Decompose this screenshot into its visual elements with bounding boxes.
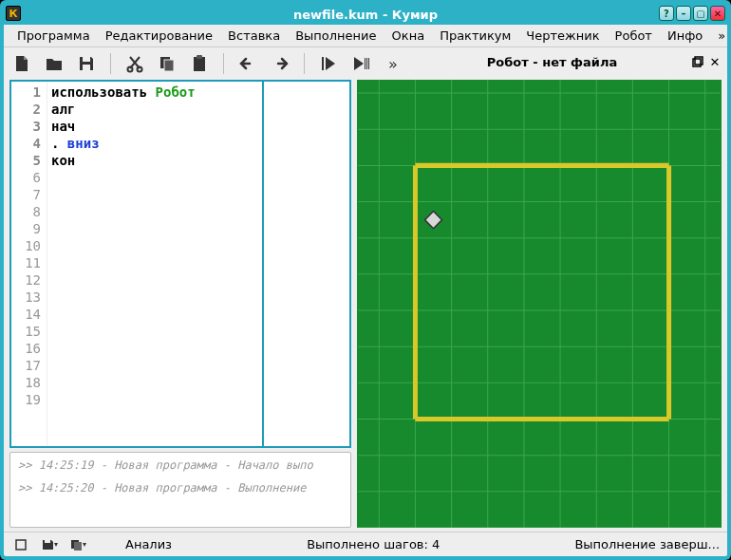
robot-field[interactable]: [357, 80, 722, 528]
run-step-icon[interactable]: [348, 51, 373, 76]
menu-program[interactable]: Программа: [9, 27, 98, 45]
status-run-state: Выполнение заверш...: [574, 537, 720, 551]
status-save-icon[interactable]: ▾: [40, 535, 59, 554]
svg-marker-44: [424, 212, 441, 229]
svg-rect-11: [368, 58, 369, 69]
close-button[interactable]: ✕: [710, 6, 725, 21]
context-help-button[interactable]: ?: [659, 6, 674, 21]
svg-rect-46: [45, 540, 50, 543]
svg-rect-9: [365, 58, 366, 69]
svg-rect-45: [16, 540, 26, 550]
code-area[interactable]: использовать Роботалгнач. внизкон: [47, 82, 349, 446]
maximize-button[interactable]: ▢: [693, 6, 708, 21]
svg-rect-0: [83, 57, 90, 62]
titlebar: К newfile.kum - Кумир ? – ▢ ✕: [4, 4, 727, 25]
status-steps: Выполнено шагов: 4: [307, 537, 440, 551]
svg-point-3: [138, 67, 142, 72]
svg-rect-10: [366, 58, 367, 69]
output-log[interactable]: >> 14:25:19 - Новая программа - Начало в…: [9, 452, 351, 528]
svg-point-2: [128, 67, 133, 72]
menu-edit[interactable]: Редактирование: [98, 27, 220, 45]
cut-icon[interactable]: [122, 51, 147, 76]
new-file-icon[interactable]: [9, 51, 34, 76]
status-analysis: Анализ: [125, 537, 172, 551]
svg-rect-12: [693, 59, 701, 66]
save-file-icon[interactable]: [74, 51, 99, 76]
open-file-icon[interactable]: [42, 51, 66, 76]
svg-rect-1: [83, 65, 90, 70]
menu-practicum[interactable]: Практикум: [432, 27, 518, 45]
app-icon: К: [6, 6, 21, 21]
menubar: Программа Редактирование Вставка Выполне…: [4, 25, 727, 47]
svg-rect-5: [164, 60, 174, 71]
status-stop-icon[interactable]: [11, 535, 30, 554]
svg-rect-48: [74, 542, 82, 551]
menu-insert[interactable]: Вставка: [220, 27, 288, 45]
menu-info[interactable]: Инфо: [660, 27, 710, 45]
robot-panel-title: Робот - нет файла: [415, 55, 689, 69]
status-copy-icon[interactable]: ▾: [68, 535, 87, 554]
panel-close-icon[interactable]: ✕: [706, 53, 723, 70]
toolbar-overflow-icon[interactable]: »: [381, 51, 405, 76]
svg-rect-13: [695, 57, 703, 65]
run-icon[interactable]: [316, 51, 341, 76]
paste-icon[interactable]: [187, 51, 212, 76]
margin-line: [262, 82, 264, 446]
minimize-button[interactable]: –: [676, 6, 691, 21]
log-line: >> 14:25:20 - Новая программа - Выполнен…: [18, 481, 343, 495]
menu-drafter[interactable]: Чертежник: [518, 27, 607, 45]
statusbar: ▾ ▾ Анализ Выполнено шагов: 4 Выполнение…: [4, 532, 727, 556]
svg-rect-8: [322, 57, 324, 70]
svg-rect-7: [197, 55, 202, 59]
menu-robot[interactable]: Робот: [608, 27, 660, 45]
line-gutter: 12345678910111213141516171819: [11, 82, 47, 446]
log-line: >> 14:25:19 - Новая программа - Начало в…: [18, 458, 343, 472]
redo-icon[interactable]: [268, 51, 292, 76]
undo-icon[interactable]: [235, 51, 260, 76]
menu-overflow[interactable]: »: [710, 27, 731, 45]
copy-icon[interactable]: [155, 51, 179, 76]
menu-run[interactable]: Выполнение: [288, 27, 384, 45]
panel-restore-icon[interactable]: [689, 53, 706, 70]
toolbar: »: [4, 47, 411, 80]
code-editor[interactable]: 12345678910111213141516171819 использова…: [9, 80, 351, 448]
menu-windows[interactable]: Окна: [384, 27, 433, 45]
svg-rect-6: [194, 57, 205, 71]
window-title: newfile.kum - Кумир: [293, 8, 438, 22]
